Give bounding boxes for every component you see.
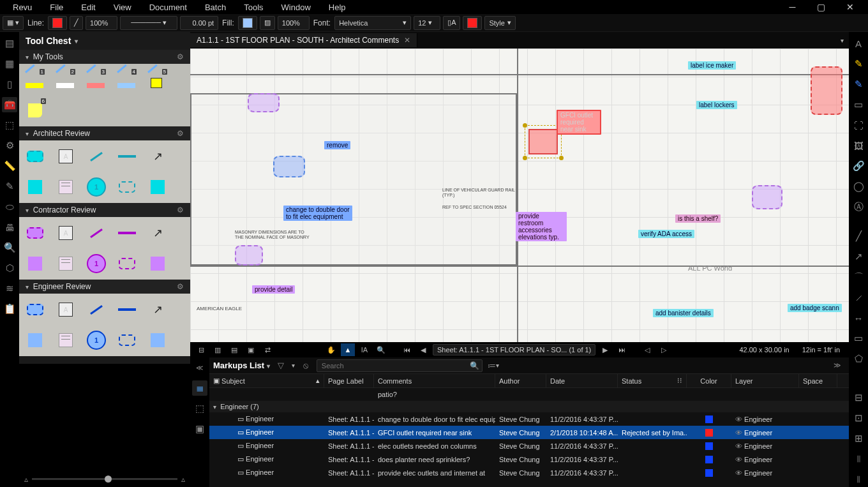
- tool-item[interactable]: ↗: [146, 297, 170, 322]
- gear-icon[interactable]: ⚙: [177, 129, 184, 138]
- markups-sets-icon[interactable]: ▣: [192, 421, 207, 437]
- markups-3d-icon[interactable]: ⬚: [192, 401, 207, 416]
- gear-icon[interactable]: ⚙: [177, 282, 184, 291]
- sync-views-icon[interactable]: ⇄: [260, 343, 274, 356]
- tool-item[interactable]: [23, 251, 47, 276]
- markups-group-header[interactable]: ▾ Engineer (7): [209, 401, 849, 412]
- tool-item[interactable]: 1: [84, 328, 108, 352]
- markup-callout[interactable]: remove: [324, 141, 350, 149]
- last-page-icon[interactable]: ⏭: [615, 343, 629, 356]
- rail-layers-icon[interactable]: ⬚: [2, 117, 17, 133]
- menu-window[interactable]: Window: [273, 1, 320, 13]
- tool-item[interactable]: [115, 221, 139, 245]
- col-color[interactable]: Color: [687, 374, 731, 387]
- rail-file-icon[interactable]: ▤: [2, 36, 17, 51]
- tool-item[interactable]: [146, 328, 170, 352]
- cloud-markup-red[interactable]: [811, 66, 842, 115]
- right-stamp-icon[interactable]: Ⓐ: [851, 199, 866, 214]
- tool-item[interactable]: 4: [115, 68, 139, 92]
- prev-page-icon[interactable]: ◀: [416, 343, 430, 356]
- tool-item[interactable]: [54, 328, 78, 352]
- rail-bookmark-icon[interactable]: ▯: [2, 77, 17, 92]
- rail-stack-icon[interactable]: ≋: [2, 281, 17, 296]
- gear-icon[interactable]: ⚙: [177, 52, 184, 61]
- markup-callout[interactable]: change to double door to fit elec equipm…: [283, 206, 352, 221]
- rail-toolchest-icon[interactable]: 🧰: [2, 97, 17, 112]
- menu-document[interactable]: Document: [140, 1, 196, 13]
- close-tab-icon[interactable]: ✕: [404, 36, 410, 45]
- right-panel-c-icon[interactable]: ⊞: [851, 431, 866, 446]
- zoom-out-icon[interactable]: ▵: [24, 475, 28, 484]
- toolset-header[interactable]: ▾ Contractor Review⚙: [19, 203, 190, 217]
- split-horizontal-icon[interactable]: ▥: [211, 343, 225, 356]
- right-rect-icon[interactable]: ▭: [851, 331, 866, 346]
- right-polygon-icon[interactable]: ⬠: [851, 351, 866, 366]
- tool-item[interactable]: 3: [84, 68, 108, 92]
- right-arrow-icon[interactable]: ↗: [851, 249, 866, 264]
- sheet-selector[interactable]: Sheet: A1.1.1 - 1ST FLOOR PLAN - SO... (…: [433, 344, 595, 356]
- table-row[interactable]: ▭ Engineer Sheet: A1.1.1 -... GFCI outle…: [209, 426, 849, 439]
- hide-markups-icon[interactable]: ⦸: [300, 360, 311, 371]
- table-row[interactable]: ▭ Engineer Sheet: A1.1.1 -... elec outle…: [209, 439, 849, 453]
- text-color-picker[interactable]: [463, 16, 482, 30]
- col-space[interactable]: Space: [799, 374, 837, 387]
- col-subject[interactable]: ▣ Subject▴: [209, 374, 324, 387]
- menu-help[interactable]: Help: [320, 1, 355, 13]
- tool-item[interactable]: [54, 175, 78, 199]
- table-row[interactable]: ▭ Engineer Sheet: A1.1.1 -... provide el…: [209, 466, 849, 479]
- next-page-icon[interactable]: ▶: [598, 343, 612, 356]
- tool-item[interactable]: [23, 221, 47, 245]
- table-row[interactable]: patio?: [209, 388, 849, 401]
- table-row[interactable]: ▭ Engineer Sheet: A1.1.1 -... does plant…: [209, 453, 849, 466]
- font-size-dropdown[interactable]: 12 ▾: [414, 16, 440, 30]
- rail-search-icon[interactable]: 🔍: [2, 240, 17, 255]
- menu-edit[interactable]: Edit: [72, 1, 104, 13]
- first-page-icon[interactable]: ⏮: [400, 343, 414, 356]
- search-icon[interactable]: 🔍: [470, 361, 479, 370]
- markup-callout[interactable]: add banister details: [653, 309, 714, 317]
- text-select-icon[interactable]: IA: [357, 343, 371, 356]
- right-panel-b-icon[interactable]: ⊡: [851, 410, 866, 426]
- toolset-header[interactable]: ▾ Engineer Review⚙: [19, 280, 190, 294]
- window-maximize-button[interactable]: ▢: [807, 0, 835, 14]
- right-panel-a-icon[interactable]: ⊟: [851, 390, 866, 405]
- menu-view[interactable]: View: [105, 1, 140, 13]
- cloud-markup[interactable]: [273, 156, 305, 177]
- panel-toggle-icon[interactable]: ⊟: [194, 343, 208, 356]
- col-status[interactable]: Status⁝⁝: [618, 374, 687, 387]
- right-polyline-icon[interactable]: ⟋: [851, 290, 866, 305]
- tool-item[interactable]: [54, 251, 78, 276]
- markups-list-icon[interactable]: ≣: [192, 380, 207, 396]
- next-view-icon[interactable]: ▷: [657, 343, 671, 356]
- tool-item[interactable]: [23, 297, 47, 322]
- tool-item[interactable]: 1: [84, 251, 108, 276]
- font-family-dropdown[interactable]: Helvetica▾: [334, 16, 411, 30]
- select-tool-icon[interactable]: ▲: [341, 343, 355, 356]
- tool-item[interactable]: 6: [23, 98, 47, 123]
- markups-search[interactable]: 🔍: [317, 359, 483, 372]
- search-input[interactable]: [320, 360, 470, 371]
- tool-item[interactable]: [84, 221, 108, 245]
- collapse-panel-icon[interactable]: ≪: [192, 360, 207, 375]
- document-viewport[interactable]: label ice makerlabel lockersadd banister…: [190, 49, 849, 342]
- columns-icon[interactable]: ≔ ▾: [488, 360, 499, 371]
- right-image-icon[interactable]: 🖼: [851, 138, 866, 153]
- menu-revu[interactable]: Revu: [4, 1, 41, 13]
- tool-item[interactable]: [115, 144, 139, 169]
- rail-hexagon-icon[interactable]: ⬡: [2, 260, 17, 276]
- markup-callout[interactable]: label ice maker: [688, 61, 736, 70]
- tool-chest-title[interactable]: Tool Chest▾: [19, 32, 190, 50]
- zoom-in-icon[interactable]: ▵: [181, 475, 185, 484]
- markup-callout[interactable]: provide detail: [252, 285, 295, 294]
- document-tab[interactable]: A1.1.1 - 1ST FLOOR PLAN - SOUTH - Archit…: [190, 33, 417, 47]
- pan-tool-icon[interactable]: ✋: [324, 343, 338, 356]
- tool-item[interactable]: [115, 251, 139, 276]
- cloud-markup[interactable]: [235, 245, 263, 266]
- window-close-button[interactable]: ✕: [835, 0, 864, 14]
- line-dash-toggle[interactable]: ╱: [70, 16, 83, 30]
- tool-item[interactable]: ↗: [146, 221, 170, 245]
- tool-item[interactable]: 2: [54, 68, 78, 92]
- right-snapshot-icon[interactable]: ⛶: [851, 117, 866, 133]
- col-comments[interactable]: Comments: [374, 374, 495, 387]
- col-page-label[interactable]: Page Label: [324, 374, 374, 387]
